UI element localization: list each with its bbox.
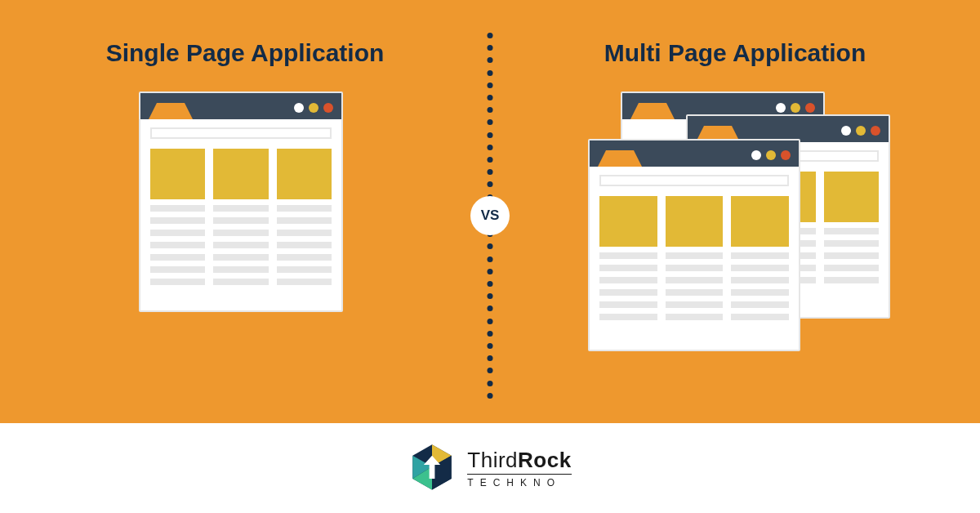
right-title: Multi Page Application [604,39,866,67]
left-side: Single Page Application [0,0,490,423]
vs-badge: VS [470,196,510,235]
brand-sub: TECHKNO [467,474,571,488]
window-controls-icon [294,103,333,119]
brand-text: ThirdRock TECHKNO [467,449,571,488]
left-title: Single Page Application [106,39,385,67]
page-content-icon [140,145,341,295]
comparison-area: Single Page Application [0,0,980,423]
url-bar-icon [150,127,332,139]
multi-page-illustration [596,91,874,353]
browser-window [139,91,343,312]
logo-icon [408,443,456,493]
diagram-root: Single Page Application [0,0,980,513]
brand-name: ThirdRock [467,449,571,471]
window-titlebar [140,93,341,119]
right-side: Multi Page Application [490,0,980,423]
footer: ThirdRock TECHKNO [0,423,980,513]
single-page-illustration [139,91,351,320]
browser-window-front [588,139,800,351]
browser-tab-icon [149,93,193,119]
